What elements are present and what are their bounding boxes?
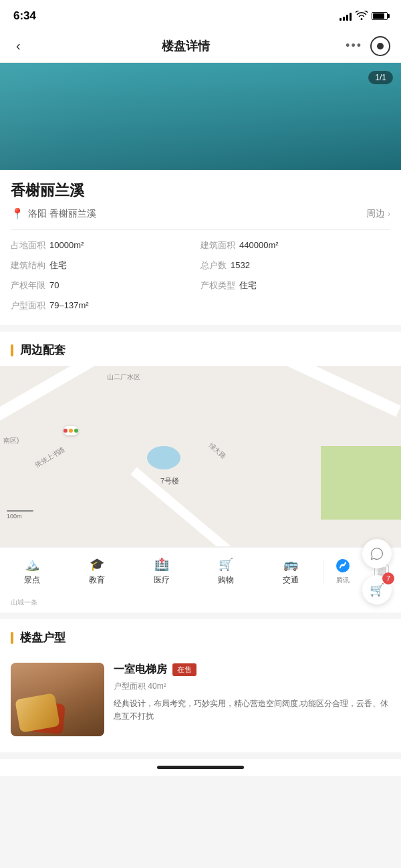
image-counter: 1/1 (368, 71, 393, 84)
page-title: 楼盘详情 (162, 38, 210, 54)
detail-label-total-units: 总户数 (200, 259, 227, 272)
header-actions: ••• (346, 36, 390, 56)
cart-button[interactable]: 🛒 7 (362, 575, 392, 605)
battery-icon (372, 12, 388, 20)
surroundings-header: 周边配套 (0, 332, 401, 366)
detail-value-floor-area: 79–137m² (49, 300, 89, 310)
house-type-info: 一室电梯房 在售 户型面积 40m² 经典设计，布局考究，巧妙实用，精心营造空间… (114, 663, 390, 736)
chat-icon (370, 547, 384, 560)
status-icons (340, 11, 388, 22)
section-indicator-2 (11, 632, 13, 644)
pillow-decor-1 (15, 693, 60, 733)
property-name: 香榭丽兰溪 (11, 181, 390, 201)
detail-label-property-years: 产权年限 (11, 280, 45, 292)
map-label-building: 7号楼 (160, 476, 179, 486)
map-container[interactable]: 依依上书路 绿大路 山二厂水区 南区) 7号楼 100m (0, 366, 401, 546)
house-type-name: 一室电梯房 (114, 663, 167, 677)
tencent-logo-area: 腾讯 (323, 556, 362, 588)
record-button[interactable] (370, 36, 390, 56)
detail-label-floor-area: 户型面积 (11, 300, 45, 312)
category-education[interactable]: 🎓 教育 (65, 554, 130, 588)
transit-label: 交通 (283, 574, 299, 586)
map-bottom-info: 山城一条 (0, 595, 401, 613)
nearby-button[interactable]: 周边 › (366, 208, 390, 220)
header: ‹ 楼盘详情 ••• (0, 29, 401, 63)
cart-badge: 7 (382, 572, 394, 584)
detail-item-total-units: 总户数 1532 (200, 259, 390, 272)
house-type-title-row: 一室电梯房 在售 (114, 663, 390, 677)
house-type-area: 户型面积 40m² (114, 681, 390, 692)
house-type-card[interactable]: 一室电梯房 在售 户型面积 40m² 经典设计，布局考究，巧妙实用，精心营造空间… (0, 653, 401, 746)
chevron-right-icon: › (388, 209, 390, 219)
property-details-grid: 占地面积 10000m² 建筑面积 440000m² 建筑结构 住宅 总户数 1… (11, 239, 390, 312)
scenic-label: 景点 (24, 574, 40, 586)
marker-red (63, 429, 68, 433)
category-scenic[interactable]: 🏔️ 景点 (0, 554, 65, 588)
house-types-section: 楼盘户型 一室电梯房 在售 户型面积 40m² 经典设计，布局考究，巧妙实用，精… (0, 619, 401, 752)
house-type-badge: 在售 (172, 663, 196, 676)
medical-label: 医疗 (154, 574, 170, 586)
status-bar: 6:34 (0, 0, 401, 29)
status-time: 6:34 (13, 9, 36, 23)
wifi-icon (356, 11, 368, 22)
map-address-label: 山城一条 (11, 598, 37, 607)
category-medical[interactable]: 🏥 医疗 (129, 554, 194, 588)
map-label-top: 山二厂水区 (107, 372, 140, 382)
house-types-header: 楼盘户型 (0, 619, 401, 653)
map-water-area (147, 446, 180, 469)
detail-label-structure: 建筑结构 (11, 259, 45, 272)
map-categories-bar: 🏔️ 景点 🎓 教育 🏥 医疗 🛒 购物 🚌 交通 (0, 546, 401, 595)
property-info-section: 香榭丽兰溪 📍 洛阳 香榭丽兰溪 周边 › 占地面积 10000m² 建筑面积 … (0, 170, 401, 325)
floating-buttons: 🛒 7 (362, 539, 392, 605)
map-marker (63, 426, 78, 435)
map-label-south: 南区) (3, 436, 19, 445)
detail-item-land-area: 占地面积 10000m² (11, 239, 200, 251)
detail-value-total-units: 1532 (231, 260, 250, 270)
category-shopping[interactable]: 🛒 购物 (194, 554, 259, 588)
detail-value-property-years: 70 (49, 280, 59, 290)
cart-icon: 🛒 (370, 582, 384, 597)
map-scale: 100m (7, 510, 33, 520)
detail-item-property-type: 产权类型 住宅 (200, 280, 390, 292)
bottom-home-area (0, 759, 401, 776)
map-categories: 🏔️ 景点 🎓 教育 🏥 医疗 🛒 购物 🚌 交通 (0, 547, 401, 595)
education-label: 教育 (89, 574, 105, 586)
tencent-label: 腾讯 (336, 576, 350, 585)
house-type-desc: 经典设计，布局考究，巧妙实用，精心营造空间阔度,功能区分合理，云香、休息互不打扰 (114, 697, 390, 723)
house-types-title: 楼盘户型 (20, 630, 65, 645)
nearby-label: 周边 (366, 208, 385, 220)
category-transit[interactable]: 🚌 交通 (258, 554, 323, 588)
location-left: 📍 洛阳 香榭丽兰溪 (11, 207, 96, 220)
surroundings-section: 周边配套 依依上书路 绿大路 山二厂水区 南区) 7号楼 (0, 332, 401, 613)
detail-value-land-area: 10000m² (49, 240, 84, 250)
back-button[interactable]: ‹ (11, 35, 26, 56)
section-indicator (11, 344, 13, 356)
map-section: 依依上书路 绿大路 山二厂水区 南区) 7号楼 100m (0, 366, 401, 613)
detail-item-structure: 建筑结构 住宅 (11, 259, 200, 272)
tencent-map-icon (336, 558, 350, 573)
home-indicator (157, 766, 244, 769)
detail-item-build-area: 建筑面积 440000m² (200, 239, 390, 251)
more-button[interactable]: ••• (346, 39, 362, 53)
record-icon (377, 43, 384, 49)
medical-icon: 🏥 (154, 557, 169, 572)
shopping-icon: 🛒 (219, 557, 233, 572)
marker-green (74, 429, 78, 433)
marker-yellow (69, 429, 73, 433)
map-marker-dot (63, 426, 78, 435)
detail-value-build-area: 440000m² (239, 240, 279, 250)
education-icon: 🎓 (90, 557, 104, 572)
location-text: 洛阳 香榭丽兰溪 (28, 208, 96, 220)
detail-label-build-area: 建筑面积 (200, 239, 235, 251)
transit-icon: 🚌 (283, 557, 298, 572)
svg-point-1 (342, 564, 344, 566)
location-pin-icon: 📍 (11, 207, 24, 220)
chat-button[interactable] (362, 539, 392, 568)
surroundings-title: 周边配套 (20, 342, 65, 358)
detail-label-land-area: 占地面积 (11, 239, 45, 251)
detail-value-property-type: 住宅 (239, 280, 257, 292)
detail-item-floor-area: 户型面积 79–137m² (11, 300, 200, 312)
signal-bars-icon (340, 11, 352, 21)
map-green-area (321, 446, 401, 520)
property-location-row: 📍 洛阳 香榭丽兰溪 周边 › (11, 207, 390, 230)
